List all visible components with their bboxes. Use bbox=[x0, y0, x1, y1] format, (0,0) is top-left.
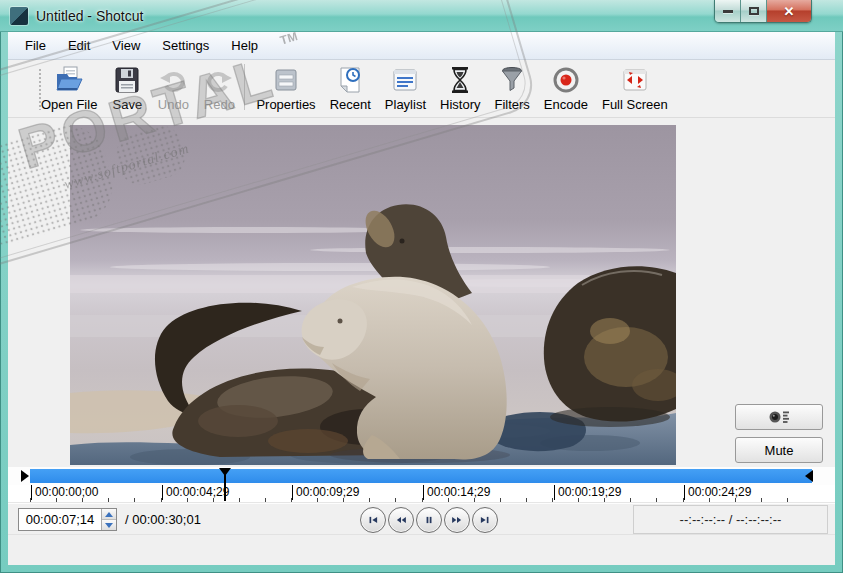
player-area: Mute bbox=[8, 118, 835, 467]
history-button[interactable]: History bbox=[433, 60, 487, 112]
chevron-up-icon bbox=[105, 512, 113, 517]
toolbar-label: Open File bbox=[41, 97, 97, 112]
toolbar-label: Properties bbox=[256, 97, 315, 112]
duration-separator: / bbox=[125, 512, 129, 527]
playlist-button[interactable]: Playlist bbox=[378, 60, 433, 112]
menubar: File Edit View Settings Help bbox=[8, 32, 835, 60]
recent-icon bbox=[334, 64, 366, 96]
redo-icon bbox=[203, 64, 235, 96]
seek-bar[interactable] bbox=[30, 469, 812, 483]
toolbar-label: Save bbox=[113, 97, 143, 112]
undo-icon bbox=[157, 64, 189, 96]
trim-in-marker[interactable] bbox=[21, 470, 29, 482]
skip-to-end-icon bbox=[476, 511, 494, 529]
time-step-up-button[interactable] bbox=[102, 509, 116, 519]
skip-to-start-icon bbox=[364, 511, 382, 529]
rewind-button[interactable] bbox=[388, 507, 414, 533]
pause-icon bbox=[420, 511, 438, 529]
playback-controls bbox=[360, 507, 498, 533]
toolbar-label: Encode bbox=[544, 97, 588, 112]
toolbar-label: Playlist bbox=[385, 97, 426, 112]
app-icon bbox=[10, 7, 28, 25]
toolbar-label: Filters bbox=[494, 97, 529, 112]
video-preview bbox=[70, 125, 676, 465]
shotcut-window: Untitled - Shotcut ✕ File Edit View Sett… bbox=[0, 0, 843, 573]
time-step-down-button[interactable] bbox=[102, 519, 116, 530]
full-screen-icon bbox=[619, 64, 651, 96]
menu-view[interactable]: View bbox=[101, 32, 151, 59]
toolbar-label: Redo bbox=[204, 97, 235, 112]
trim-out-marker[interactable] bbox=[805, 470, 813, 482]
in-out-range-display: --:--:--:-- / --:--:--:-- bbox=[633, 505, 828, 534]
volume-button[interactable] bbox=[735, 404, 823, 430]
toolbar-separator bbox=[244, 64, 245, 110]
minimize-button[interactable] bbox=[715, 0, 741, 22]
fast-forward-icon bbox=[448, 511, 466, 529]
redo-button[interactable]: Redo bbox=[196, 60, 242, 112]
close-icon: ✕ bbox=[784, 4, 795, 19]
skip-to-end-button[interactable] bbox=[472, 507, 498, 533]
status-bar bbox=[8, 535, 835, 565]
undo-button[interactable]: Undo bbox=[150, 60, 196, 112]
volume-icon bbox=[768, 410, 790, 424]
close-button[interactable]: ✕ bbox=[767, 0, 811, 22]
maximize-icon bbox=[749, 7, 759, 15]
filters-icon bbox=[496, 64, 528, 96]
filters-button[interactable]: Filters bbox=[487, 60, 536, 112]
toolbar: Open File Save Undo bbox=[8, 60, 835, 118]
timeline-ruler[interactable]: 00:00:00;00 00:00:04;29 00:00:09;29 00:0… bbox=[8, 485, 835, 503]
minimize-icon bbox=[723, 10, 733, 13]
maximize-button[interactable] bbox=[741, 0, 767, 22]
toolbar-handle[interactable] bbox=[38, 68, 43, 110]
open-file-icon bbox=[53, 64, 85, 96]
save-icon bbox=[111, 64, 143, 96]
toolbar-label: Full Screen bbox=[602, 97, 668, 112]
history-icon bbox=[444, 64, 476, 96]
properties-icon bbox=[270, 64, 302, 96]
transport-bar: / 00:00:30;01 bbox=[8, 503, 835, 535]
duration-value: 00:00:30;01 bbox=[132, 512, 201, 527]
save-button[interactable]: Save bbox=[104, 60, 150, 112]
open-file-button[interactable]: Open File bbox=[34, 60, 104, 112]
rewind-icon bbox=[392, 511, 410, 529]
fast-forward-button[interactable] bbox=[444, 507, 470, 533]
full-screen-button[interactable]: Full Screen bbox=[595, 60, 675, 112]
playlist-icon bbox=[389, 64, 421, 96]
encode-icon bbox=[550, 64, 582, 96]
mute-label: Mute bbox=[765, 443, 794, 458]
toolbar-label: Recent bbox=[330, 97, 371, 112]
current-time-input[interactable] bbox=[19, 509, 101, 530]
ruler-minor-ticks bbox=[30, 498, 813, 502]
playhead-marker[interactable] bbox=[219, 468, 231, 502]
in-out-range-text: --:--:--:-- / --:--:--:-- bbox=[680, 512, 782, 527]
pause-button[interactable] bbox=[416, 507, 442, 533]
toolbar-label: History bbox=[440, 97, 480, 112]
menu-edit[interactable]: Edit bbox=[57, 32, 101, 59]
current-time-spinbox bbox=[18, 508, 117, 531]
properties-button[interactable]: Properties bbox=[249, 60, 322, 112]
encode-button[interactable]: Encode bbox=[537, 60, 595, 112]
window-title: Untitled - Shotcut bbox=[36, 8, 143, 24]
menu-file[interactable]: File bbox=[14, 32, 57, 59]
toolbar-label: Undo bbox=[158, 97, 189, 112]
menu-settings[interactable]: Settings bbox=[151, 32, 220, 59]
total-duration: / 00:00:30;01 bbox=[125, 512, 201, 527]
chevron-down-icon bbox=[105, 523, 113, 528]
seek-row bbox=[8, 467, 835, 485]
skip-to-start-button[interactable] bbox=[360, 507, 386, 533]
titlebar: Untitled - Shotcut ✕ bbox=[0, 0, 843, 32]
mute-button[interactable]: Mute bbox=[735, 437, 823, 463]
recent-button[interactable]: Recent bbox=[323, 60, 378, 112]
menu-help[interactable]: Help bbox=[220, 32, 269, 59]
